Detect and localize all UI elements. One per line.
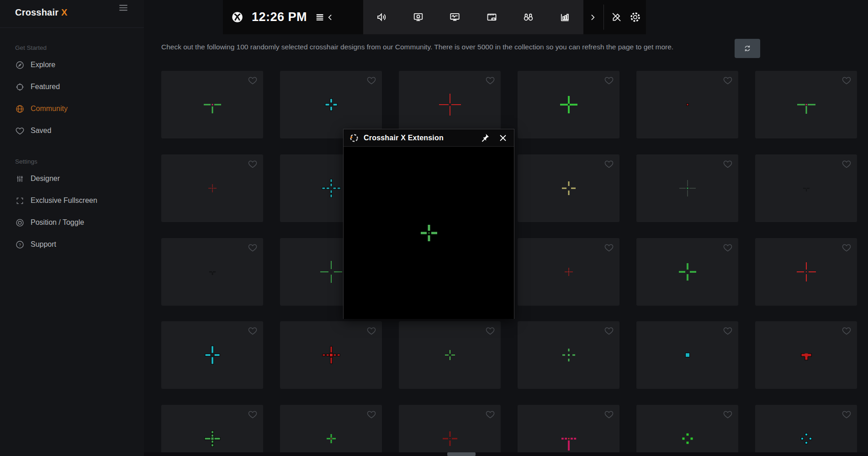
favorite-button[interactable] [366, 409, 376, 419]
pen-off-icon[interactable] [610, 11, 623, 23]
crosshair-preview [673, 340, 702, 370]
crosshair-tile[interactable] [280, 405, 382, 456]
sidebar-item-featured[interactable]: Featured [0, 76, 144, 98]
crosshair-tile[interactable] [399, 71, 501, 138]
crosshair-tile[interactable] [755, 321, 857, 389]
crosshair-preview [792, 174, 821, 203]
favorite-button[interactable] [366, 75, 376, 85]
sidebar-item-exclusive-fullscreen[interactable]: Exclusive Fullscreen [0, 190, 144, 212]
favorite-button[interactable] [366, 326, 376, 336]
favorite-button[interactable] [604, 243, 614, 253]
crosshair-preview [435, 90, 465, 119]
performance-icon[interactable] [449, 11, 461, 23]
sidebar-item-designer[interactable]: Designer [0, 168, 144, 190]
close-button[interactable] [498, 133, 508, 143]
crosshair-tile[interactable] [399, 321, 501, 389]
crosshair-tile[interactable] [636, 321, 738, 389]
favorite-button[interactable] [723, 326, 733, 336]
widgets-menu-icon[interactable] [313, 11, 326, 23]
looking-for-group-icon[interactable] [522, 11, 535, 23]
favorite-button[interactable] [723, 75, 733, 85]
crosshair-tile[interactable] [161, 154, 263, 222]
heart-icon [604, 326, 614, 336]
favorite-button[interactable] [248, 75, 258, 85]
crosshair-preview [792, 90, 821, 119]
heart-icon [485, 409, 495, 419]
crosshair-tile[interactable] [399, 405, 501, 456]
favorite-button[interactable] [248, 409, 258, 419]
crosshairx-logo-icon [349, 133, 359, 143]
sidebar-item-explore[interactable]: Explore [0, 54, 144, 76]
crosshair-tile[interactable] [636, 71, 738, 138]
hamburger-icon[interactable] [117, 2, 129, 14]
crosshair-preview [317, 257, 346, 286]
crosshair-tile[interactable] [518, 321, 619, 389]
favorite-button[interactable] [248, 159, 258, 169]
crosshair-tile[interactable] [636, 238, 738, 306]
favorite-button[interactable] [842, 75, 852, 85]
heart-icon [248, 326, 258, 336]
crosshair-preview [792, 257, 821, 286]
favorite-button[interactable] [723, 159, 733, 169]
chevron-right-icon[interactable] [588, 13, 597, 22]
favorite-button[interactable] [485, 409, 495, 419]
sidebar-item-label: Exclusive Fullscreen [31, 196, 97, 205]
favorite-button[interactable] [604, 75, 614, 85]
extension-window-titlebar[interactable]: Crosshair X Extension [344, 129, 514, 147]
heart-icon [723, 159, 733, 169]
favorite-button[interactable] [604, 409, 614, 419]
favorite-button[interactable] [842, 326, 852, 336]
favorite-button[interactable] [485, 75, 495, 85]
favorite-button[interactable] [723, 409, 733, 419]
crosshair-preview [554, 174, 583, 203]
crosshair-tile[interactable] [161, 238, 263, 306]
crosshair-preview [554, 424, 583, 453]
crosshair-tile[interactable] [518, 154, 619, 222]
app-root: Crosshair X Get StartedExploreFeaturedCo… [0, 0, 868, 456]
crosshair-tile[interactable] [280, 321, 382, 389]
pin-button[interactable] [479, 133, 490, 143]
favorite-button[interactable] [485, 326, 495, 336]
audio-icon[interactable] [376, 11, 388, 23]
chevron-left-icon[interactable] [326, 13, 335, 22]
resources-icon[interactable] [559, 11, 571, 23]
crosshair-tile[interactable] [518, 71, 619, 138]
sidebar-item-saved[interactable]: Saved [0, 120, 144, 142]
crosshair-tile[interactable] [161, 405, 263, 456]
crosshair-tile[interactable] [755, 238, 857, 306]
gamebar-right-section [583, 0, 646, 34]
xbox-logo-icon[interactable] [231, 11, 243, 23]
scrollbar-thumb[interactable] [447, 452, 476, 456]
crosshair-tile[interactable] [755, 405, 857, 456]
close-icon [498, 133, 508, 143]
sidebar-item-label: Position / Toggle [31, 218, 84, 227]
favorite-button[interactable] [604, 326, 614, 336]
crosshair-tile[interactable] [755, 154, 857, 222]
sidebar-item-position-toggle[interactable]: Position / Toggle [0, 212, 144, 233]
crosshair-tile[interactable] [518, 405, 619, 456]
crosshair-tile[interactable] [161, 71, 263, 138]
sidebar-item-support[interactable]: ?Support [0, 233, 144, 255]
favorite-button[interactable] [248, 326, 258, 336]
sidebar-item-community[interactable]: Community [0, 98, 144, 120]
crosshair-tile[interactable] [518, 238, 619, 306]
favorite-button[interactable] [842, 243, 852, 253]
crosshair-tile[interactable] [636, 405, 738, 456]
favorite-button[interactable] [248, 243, 258, 253]
refresh-button[interactable] [735, 39, 760, 58]
favorite-button[interactable] [604, 159, 614, 169]
favorite-button[interactable] [842, 159, 852, 169]
crosshair-preview [317, 90, 346, 119]
capture-icon[interactable] [412, 11, 424, 23]
favorite-button[interactable] [723, 243, 733, 253]
crosshair-tile[interactable] [755, 71, 857, 138]
gallery-icon[interactable] [486, 11, 498, 23]
crosshair-tile[interactable] [636, 154, 738, 222]
settings-gear-icon[interactable] [629, 11, 641, 23]
crosshair-tile[interactable] [161, 321, 263, 389]
refresh-icon [743, 44, 752, 53]
favorite-button[interactable] [842, 409, 852, 419]
sidebar-item-label: Community [31, 105, 68, 113]
crosshair-tile[interactable] [280, 71, 382, 138]
active-crosshair-preview [414, 218, 444, 248]
